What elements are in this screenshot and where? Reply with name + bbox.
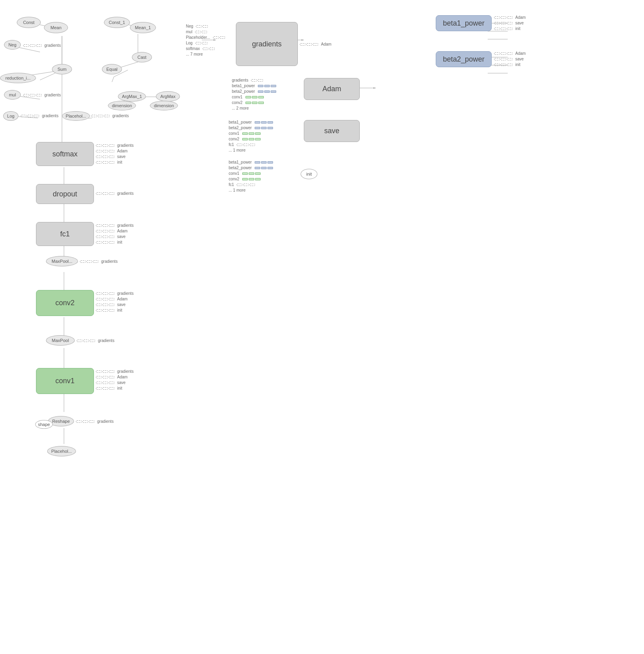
beta1-save-output: save (494, 21, 526, 25)
dimension2-node[interactable]: dimension (150, 101, 178, 110)
fc1-init-port: init (96, 240, 134, 244)
adam-beta1-input: beta1_power (232, 84, 276, 88)
save-label: save (324, 127, 339, 135)
save-conv2-text: conv2 (229, 137, 239, 141)
gradients-neg-input: Neg (186, 24, 225, 28)
maxpooldot-gradients-port (80, 260, 98, 263)
const-node[interactable]: Const (17, 17, 41, 28)
softmax-adam-label: Adam (117, 149, 128, 153)
placehol-gradients-label: gradients (112, 114, 129, 118)
placehol2-label: Placehol... (51, 449, 72, 454)
equal-node[interactable]: Equal (102, 64, 122, 74)
const1-label: Const_1 (109, 20, 125, 25)
mul-label: mul (9, 92, 16, 97)
conv2-gradients-port: gradients (96, 291, 134, 296)
cast-node[interactable]: Cast (132, 52, 152, 62)
conv2-gradients-label: gradients (117, 291, 134, 296)
save-fc1-input: fc1 (229, 142, 273, 147)
conv1-label: conv1 (55, 377, 74, 385)
beta1-power-label: beta1_power (443, 19, 484, 28)
fc1-adam-port: Adam (96, 229, 134, 233)
save-beta1-input: beta1_power (229, 120, 273, 124)
beta1-init-output: init (494, 26, 526, 31)
softmax-node[interactable]: softmax (36, 142, 94, 166)
adam-beta2-input: beta2_power (232, 89, 276, 94)
maxpool-gradients-port (77, 340, 95, 342)
gradients-softmax-text: softmax (186, 46, 200, 51)
mul-node[interactable]: mul (4, 90, 21, 100)
dropout-gradients-label: gradients (117, 191, 134, 196)
beta2-power-node[interactable]: beta2_power (436, 51, 492, 67)
dimension1-node[interactable]: dimension (108, 101, 136, 110)
neg-label: Neg (8, 42, 16, 47)
maxpooldot-gradients-label: gradients (101, 259, 118, 264)
shape-node[interactable]: shape (35, 420, 53, 429)
mean1-label: Mean_1 (135, 25, 151, 30)
adam-conv1-input: conv1 (232, 95, 276, 99)
neg-gradients-label: gradients (44, 43, 61, 48)
save-conv1-text: conv1 (229, 131, 239, 136)
maxpool-dot-node[interactable]: MaxPool... (46, 256, 78, 266)
fc1-init-label: init (117, 240, 122, 244)
reductioni-node[interactable]: reduction_i... (0, 73, 36, 83)
reshape-gradients-label: gradients (97, 419, 114, 424)
conv1-node[interactable]: conv1 (36, 368, 94, 394)
neg-gradients-port (23, 44, 42, 47)
save-conv2-input: conv2 (229, 137, 273, 141)
log-node[interactable]: Log (3, 111, 18, 121)
const-label: Const (23, 20, 35, 25)
init-conv2-text: conv2 (229, 177, 239, 181)
init-beta2-input: beta2_power (229, 166, 273, 170)
adam-conv1-text: conv1 (232, 95, 243, 99)
beta2-power-label: beta2_power (443, 55, 484, 64)
mul-gradients-label: gradients (44, 93, 61, 97)
gradients-placeholder-input: Placeholder... (186, 35, 225, 40)
softmax-gradients-label: gradients (117, 143, 134, 148)
shape-label: shape (38, 422, 50, 427)
const1-node[interactable]: Const_1 (104, 17, 130, 28)
beta1-adam-label: Adam (515, 15, 526, 20)
save-node[interactable]: save (304, 120, 360, 142)
conv2-adam-label: Adam (117, 297, 128, 301)
maxpool-dot-label: MaxPool... (52, 259, 72, 264)
init-conv1-text: conv1 (229, 171, 239, 176)
gradients-mul-text: mul (186, 30, 192, 34)
save-beta2-text: beta2_power (229, 126, 252, 130)
beta2-init-output: init (494, 62, 526, 67)
placehol-gradients-port (91, 115, 110, 117)
fc1-gradients-port: gradients (96, 223, 134, 228)
svg-line-13 (112, 77, 114, 82)
gradients-node[interactable]: gradients (236, 22, 298, 66)
conv2-adam-port: Adam (96, 297, 134, 301)
fc1-save-port: save (96, 234, 134, 239)
init-conv1-input: conv1 (229, 171, 273, 176)
graph-canvas: Const Mean Const_1 Mean_1 Neg gradients … (0, 0, 644, 654)
equal-label: Equal (106, 67, 118, 72)
argmax1-node[interactable]: ArgMax_1 (118, 91, 146, 102)
maxpool-node[interactable]: MaxPool (46, 335, 75, 346)
conv2-node[interactable]: conv2 (36, 290, 94, 316)
adam-node[interactable]: Adam (304, 78, 360, 100)
neg-node[interactable]: Neg (4, 40, 21, 50)
placehol2-node[interactable]: Placehol... (47, 446, 76, 456)
save-more-text: ... 1 more (229, 148, 245, 152)
gradients-more-text: ... 7 more (186, 52, 203, 56)
beta1-power-node[interactable]: beta1_power (436, 15, 492, 31)
fc1-node[interactable]: fc1 (36, 222, 94, 246)
reshape-label: Reshape (52, 419, 70, 424)
conv1-gradients-label: gradients (117, 369, 134, 374)
beta1-init-label: init (515, 26, 520, 31)
mean-label: Mean (50, 25, 62, 30)
conv2-save-label: save (117, 302, 126, 307)
mean1-node[interactable]: Mean_1 (130, 22, 156, 33)
gradients-adam-output (300, 43, 318, 46)
dropout-node[interactable]: dropout (36, 184, 94, 204)
init-node[interactable]: init (301, 169, 317, 179)
argmax-node[interactable]: ArgMax (156, 91, 180, 102)
sum-node[interactable]: Sum (52, 64, 72, 74)
init-beta2-text: beta2_power (229, 166, 252, 170)
save-more-input: ... 1 more (229, 148, 273, 152)
argmax-label: ArgMax (160, 94, 175, 99)
placehol-node[interactable]: Placehol... (62, 111, 90, 121)
mean-node[interactable]: Mean (44, 22, 68, 33)
